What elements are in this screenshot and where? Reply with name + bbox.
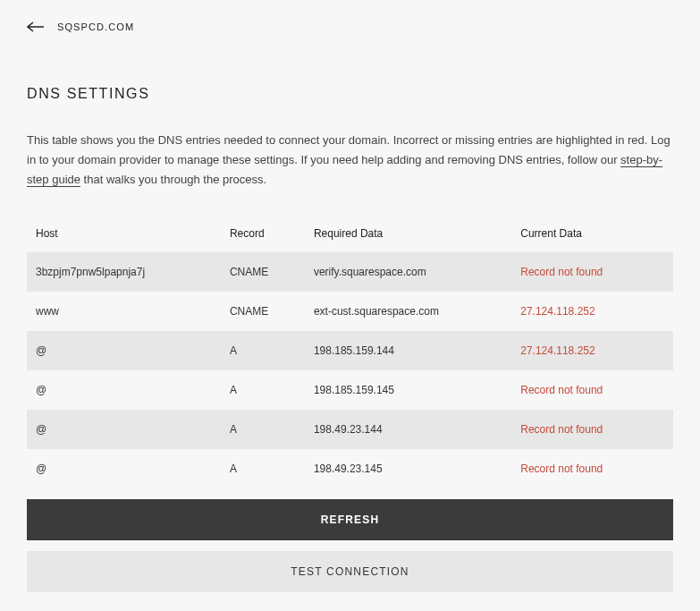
header-required: Required Data <box>305 215 511 252</box>
page-title: DNS SETTINGS <box>27 86 673 102</box>
back-arrow-icon[interactable] <box>27 20 45 34</box>
header: SQSPCD.COM <box>0 0 700 54</box>
test-connection-button[interactable]: TEST CONNECTION <box>27 551 673 592</box>
content: DNS SETTINGS This table shows you the DN… <box>0 86 700 592</box>
table-row: 3bzpjm7pnw5lpapnja7jCNAMEverify.squaresp… <box>27 252 673 292</box>
cell-record: A <box>221 449 305 488</box>
refresh-button[interactable]: REFRESH <box>27 499 673 540</box>
dns-table: Host Record Required Data Current Data 3… <box>27 215 673 488</box>
table-header-row: Host Record Required Data Current Data <box>27 215 673 252</box>
cell-record: CNAME <box>221 252 305 292</box>
buttons: REFRESH TEST CONNECTION <box>27 499 673 592</box>
header-host: Host <box>27 215 221 252</box>
cell-required: verify.squarespace.com <box>305 252 511 292</box>
cell-host: @ <box>27 410 221 449</box>
cell-required: 198.185.159.144 <box>305 331 511 370</box>
cell-required: ext-cust.squarespace.com <box>305 292 511 331</box>
cell-host: www <box>27 292 221 331</box>
cell-host: @ <box>27 331 221 370</box>
cell-record: A <box>221 410 305 449</box>
header-record: Record <box>221 215 305 252</box>
table-row: @A198.185.159.145Record not found <box>27 370 673 410</box>
cell-record: A <box>221 331 305 370</box>
cell-current: Record not found <box>511 449 673 488</box>
table-row: @A198.49.23.145Record not found <box>27 449 673 488</box>
description-text-1: This table shows you the DNS entries nee… <box>27 133 670 166</box>
cell-host: @ <box>27 370 221 410</box>
cell-required: 198.49.23.144 <box>305 410 511 449</box>
cell-current: Record not found <box>511 252 673 292</box>
description-text-2: that walks you through the process. <box>80 173 266 186</box>
description: This table shows you the DNS entries nee… <box>27 131 673 190</box>
cell-required: 198.49.23.145 <box>305 449 511 488</box>
cell-current: 27.124.118.252 <box>511 331 673 370</box>
table-row: @A198.49.23.144Record not found <box>27 410 673 449</box>
cell-current: Record not found <box>511 370 673 410</box>
cell-required: 198.185.159.145 <box>305 370 511 410</box>
cell-host: 3bzpjm7pnw5lpapnja7j <box>27 252 221 292</box>
cell-record: CNAME <box>221 292 305 331</box>
header-current: Current Data <box>511 215 673 252</box>
breadcrumb[interactable]: SQSPCD.COM <box>57 21 134 32</box>
table-row: wwwCNAMEext-cust.squarespace.com27.124.1… <box>27 292 673 331</box>
cell-current: 27.124.118.252 <box>511 292 673 331</box>
cell-current: Record not found <box>511 410 673 449</box>
table-row: @A198.185.159.14427.124.118.252 <box>27 331 673 370</box>
cell-host: @ <box>27 449 221 488</box>
cell-record: A <box>221 370 305 410</box>
